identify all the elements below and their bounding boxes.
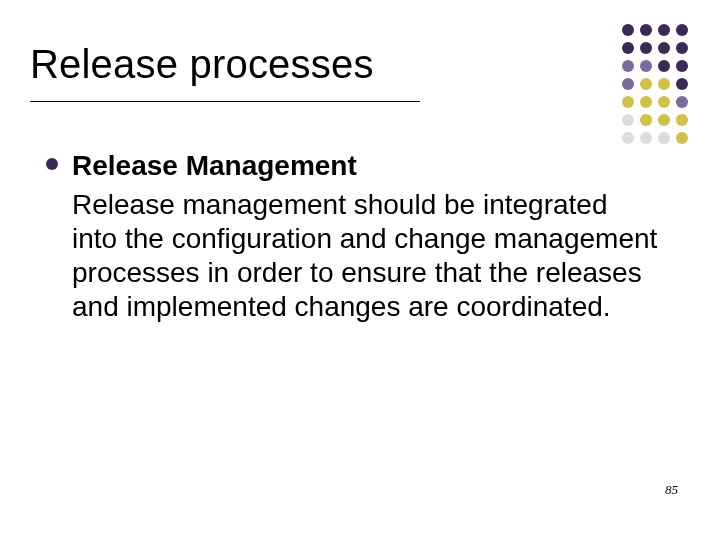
decorative-dot [676,24,688,36]
decorative-dot [676,114,688,126]
decorative-dot [622,24,634,36]
decorative-dot [658,114,670,126]
decorative-dot [658,132,670,144]
decorative-dot [622,114,634,126]
bullet-item: Release Management [46,150,660,182]
decorative-dot [658,24,670,36]
decorative-dot [676,132,688,144]
decorative-dot [640,132,652,144]
bullet-body-text: Release management should be integrated … [72,188,660,325]
slide-title: Release processes [30,42,690,87]
decorative-dot [622,132,634,144]
decorative-dot [640,24,652,36]
title-underline [30,101,420,102]
bullet-icon [46,158,58,170]
slide: Release processes Release Management Rel… [0,0,720,540]
decorative-dot [640,114,652,126]
page-number: 85 [665,482,678,498]
body-area: Release Management Release management sh… [46,150,660,325]
title-area: Release processes [30,42,690,102]
bullet-heading: Release Management [72,150,357,182]
